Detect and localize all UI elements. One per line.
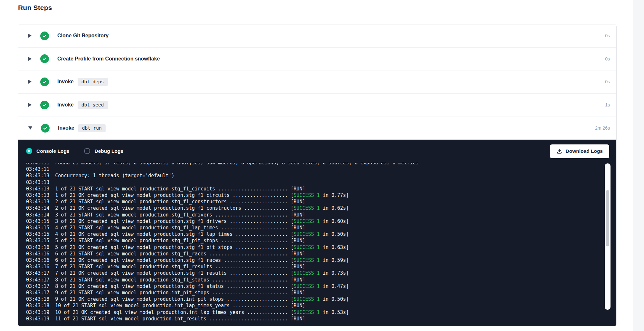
step-duration: 0s	[605, 56, 610, 61]
page-title: Run Steps	[18, 4, 52, 12]
log-line: 03:43:16 5 of 21 OK created sql view mod…	[26, 244, 602, 251]
log-line: 03:43:13 Concurrency: 1 threads (target=…	[26, 172, 602, 179]
console-log-output: 03:43:11 Found 21 models, 17 tests, 0 sn…	[26, 163, 602, 326]
download-icon	[556, 148, 562, 154]
step-row[interactable]: Invokedbt run2m 26s	[18, 116, 616, 140]
log-line: 03:43:18 10 of 21 START sql view model p…	[26, 302, 602, 309]
log-line: 03:43:19 10 of 21 OK created sql view mo…	[26, 309, 602, 316]
log-line: 03:43:11 Found 21 models, 17 tests, 0 sn…	[26, 163, 602, 166]
step-duration: 0s	[605, 33, 610, 38]
check-circle-icon	[40, 78, 49, 86]
log-line: 03:43:13 1 of 21 OK created sql view mod…	[26, 192, 602, 198]
step-row[interactable]: Clone Git Repository0s	[18, 24, 616, 48]
log-line: 03:43:13 2 of 21 START sql view model pr…	[26, 198, 602, 205]
download-logs-label: Download Logs	[566, 148, 603, 154]
chevron-right-icon[interactable]	[28, 34, 32, 38]
download-logs-button[interactable]: Download Logs	[550, 144, 609, 158]
log-line: 03:43:13	[26, 179, 602, 186]
log-line: 03:43:15 4 of 21 OK created sql view mod…	[26, 231, 602, 237]
log-line: 03:43:14 3 of 21 START sql view model pr…	[26, 212, 602, 218]
console-scrollbar-thumb[interactable]	[606, 190, 609, 246]
step-row[interactable]: Invokedbt deps0s	[18, 70, 616, 94]
check-circle-icon	[40, 101, 49, 109]
console-panel: Console LogsDebug Logs Download Logs 03:…	[18, 140, 616, 326]
log-line: 03:43:17 8 of 21 START sql view model pr…	[26, 277, 602, 283]
step-command-badge: dbt deps	[78, 78, 108, 86]
log-line: 03:43:18 9 of 21 OK created sql view mod…	[26, 296, 602, 302]
radio-label: Console Logs	[36, 148, 69, 154]
chevron-right-icon[interactable]	[28, 57, 32, 61]
step-duration: 2m 26s	[595, 125, 610, 131]
step-label: Create Profile from Connection snowflake	[57, 56, 160, 62]
step-label: Invoke	[57, 102, 74, 108]
chevron-right-icon[interactable]	[28, 80, 32, 84]
step-row[interactable]: Create Profile from Connection snowflake…	[18, 48, 616, 71]
step-label: Invoke	[57, 79, 74, 85]
chevron-down-icon[interactable]	[28, 126, 32, 130]
log-line: 03:43:15 3 of 21 OK created sql view mod…	[26, 218, 602, 225]
step-row[interactable]: Invokedbt seed1s	[18, 94, 616, 117]
check-circle-icon	[41, 124, 50, 133]
step-duration: 0s	[605, 79, 610, 84]
radio-unselected-icon[interactable]	[84, 148, 90, 154]
radio-label: Debug Logs	[94, 148, 123, 154]
run-steps-card: Clone Git Repository0sCreate Profile fro…	[18, 24, 617, 326]
log-line: 03:43:17 8 of 21 OK created sql view mod…	[26, 283, 602, 290]
radio-selected-icon[interactable]	[26, 148, 32, 154]
log-line: 03:43:19 11 of 21 START sql view model p…	[26, 316, 602, 322]
check-circle-icon	[40, 32, 49, 40]
console-scrollbar-track[interactable]	[605, 163, 611, 310]
check-circle-icon	[40, 54, 49, 63]
log-line: 03:43:16 6 of 21 START sql view model pr…	[26, 251, 602, 257]
chevron-right-icon[interactable]	[28, 103, 32, 107]
step-label: Invoke	[58, 125, 74, 131]
log-line: 03:43:13 1 of 21 START sql view model pr…	[26, 186, 602, 192]
radio-debug-logs[interactable]: Debug Logs	[84, 148, 123, 154]
step-duration: 1s	[605, 102, 610, 107]
log-line: 03:43:16 7 of 21 START sql view model pr…	[26, 263, 602, 270]
log-line: 03:43:11	[26, 166, 602, 172]
page-right-gutter	[633, 0, 644, 331]
step-command-badge: dbt run	[78, 124, 106, 132]
log-line: 03:43:17 7 of 21 OK created sql view mod…	[26, 270, 602, 276]
log-line: 03:43:15 4 of 21 START sql view model pr…	[26, 225, 602, 231]
run-steps-list: Clone Git Repository0sCreate Profile fro…	[18, 24, 616, 140]
log-type-radio-group: Console LogsDebug Logs	[26, 148, 123, 154]
log-line: 03:43:14 2 of 21 OK created sql view mod…	[26, 205, 602, 211]
log-line: 03:43:16 6 of 21 OK created sql view mod…	[26, 257, 602, 263]
step-command-badge: dbt seed	[78, 101, 108, 109]
log-line: 03:43:15 5 of 21 START sql view model pr…	[26, 237, 602, 244]
radio-console-logs[interactable]: Console Logs	[26, 148, 69, 154]
step-label: Clone Git Repository	[57, 33, 109, 39]
log-line: 03:43:17 9 of 21 START sql view model pr…	[26, 290, 602, 296]
console-header: Console LogsDebug Logs Download Logs	[18, 140, 616, 163]
